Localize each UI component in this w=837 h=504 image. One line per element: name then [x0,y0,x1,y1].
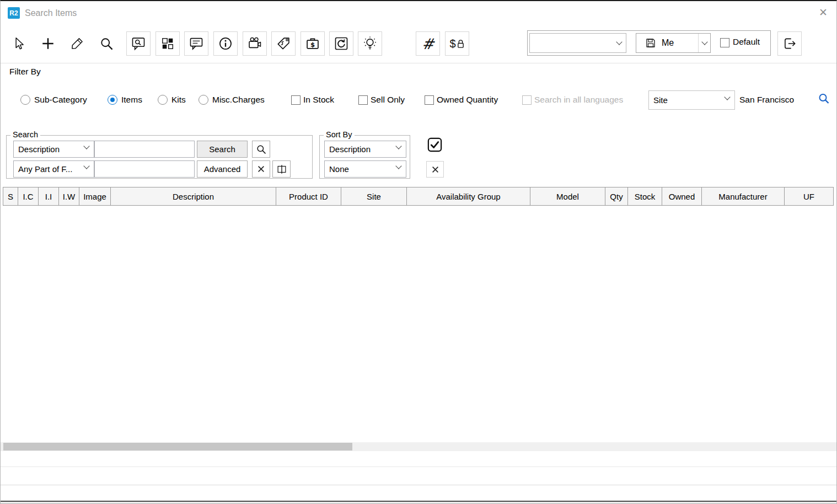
sort-by-group: Sort By Description None [319,135,410,179]
radio-items[interactable]: Items [108,94,142,105]
radio-misc-charges[interactable]: Misc.Charges [198,94,265,105]
toolbar-separator [1,63,837,63]
checkbox-in-stock[interactable]: In Stock [291,94,334,105]
column-header[interactable]: Image [79,187,111,206]
clear-search-button[interactable] [252,160,270,178]
search-view-button[interactable] [126,31,151,56]
scrollbar-thumb[interactable] [3,443,352,451]
search-field-value: Description [18,144,60,154]
price-lock-button[interactable]: $ [445,31,469,56]
save-view-menu-chevron[interactable] [698,34,710,52]
save-view-button[interactable]: Me [636,33,711,53]
column-header[interactable]: UF [784,187,834,206]
default-checkbox[interactable] [720,38,729,47]
column-header[interactable]: S [3,187,18,206]
numbering-button[interactable]: # [416,31,440,56]
info-button[interactable] [213,31,238,56]
column-header[interactable]: Availability Group [406,187,530,206]
find-button[interactable] [94,31,119,56]
search-group-label: Search [10,130,40,139]
radio-icon [198,95,208,105]
hash-icon: # [422,35,434,52]
search-field-dropdown[interactable]: Description [13,141,94,158]
radio-label: Misc.Charges [212,95,265,105]
search-icon [256,144,267,155]
search-icon [99,36,114,51]
default-label: Default [733,37,760,47]
chevron-down-icon [395,143,401,149]
media-button[interactable] [243,31,267,56]
checkbox-sell-only[interactable]: Sell Only [358,94,405,105]
x-icon [432,166,439,173]
pointer-icon [12,36,26,51]
price-tag-button[interactable] [271,31,296,56]
pencil-icon [70,36,84,51]
sort-by-group-label: Sort By [324,130,355,139]
sort-secondary-dropdown[interactable]: None [324,160,406,178]
info-icon [218,36,233,51]
column-header[interactable]: Qty [605,187,628,206]
plus-icon [41,36,55,51]
column-header[interactable]: Product ID [276,187,341,206]
search-text-input[interactable] [94,141,195,158]
comments-button[interactable] [184,31,208,56]
exit-button[interactable] [777,31,802,56]
radio-kits[interactable]: Kits [158,94,186,105]
split-view-icon [276,163,288,175]
clear-sort-button[interactable] [426,161,444,178]
column-header[interactable]: I.C [18,187,39,206]
x-icon [257,165,265,173]
quick-search-button[interactable] [252,141,270,158]
save-disk-icon [645,37,656,49]
profile-combobox[interactable] [529,33,626,53]
results-table-header: S I.C I.I I.W Image Description Product … [3,187,834,206]
sort-primary-dropdown[interactable]: Description [324,141,406,158]
history-button[interactable] [329,31,353,56]
column-header[interactable]: Stock [627,187,662,206]
advanced-button[interactable]: Advanced [197,160,248,178]
exit-icon [782,36,797,51]
window-bottom-strip [1,502,837,504]
lock-icon [457,39,465,49]
radio-sub-category[interactable]: Sub-Category [20,94,87,105]
pointer-tool-button[interactable] [7,31,31,56]
edit-button[interactable] [65,31,89,56]
column-header[interactable]: Manufacturer [701,187,785,206]
radio-icon [20,95,30,105]
checkbox-icon [425,95,434,105]
checkbox-owned-quantity[interactable]: Owned Quantity [425,94,498,105]
radio-label: Kits [171,95,186,105]
title-bar: R2 Search Items ✕ [1,1,836,26]
column-header[interactable]: Description [110,187,276,206]
cost-button[interactable]: $ [301,31,325,56]
search-mode-dropdown[interactable]: Any Part of F... [13,160,94,178]
column-header[interactable]: Site [341,187,407,206]
checkbox-label: Owned Quantity [437,95,498,105]
column-header[interactable]: Owned [662,187,702,206]
add-button[interactable] [36,31,60,56]
search-group: Search Description Search Any Part of F.… [6,135,313,179]
column-header[interactable]: I.W [58,187,79,206]
close-icon[interactable]: ✕ [819,6,828,19]
tile-view-button[interactable] [155,31,180,56]
search-mode-input[interactable] [94,160,195,178]
column-header[interactable]: Model [530,187,605,206]
apply-check-button[interactable] [425,135,444,154]
tiles-icon [160,36,175,51]
column-header[interactable]: I.I [38,187,59,206]
suggestions-button[interactable] [358,31,382,56]
checkbox-label: Sell Only [371,95,405,105]
radio-selected-icon [108,95,117,105]
horizontal-scrollbar[interactable] [1,442,837,451]
radio-label: Sub-Category [34,95,87,105]
search-button[interactable]: Search [197,141,248,158]
chevron-down-icon [83,143,89,149]
chevron-down-icon [613,34,626,52]
search-bubble-icon [131,36,146,51]
radio-icon [158,95,168,105]
compare-button[interactable] [272,160,291,178]
site-search-icon[interactable] [817,92,830,105]
site-filter-dropdown[interactable]: Site [648,90,735,110]
chevron-down-icon [83,163,89,169]
checkbox-icon [358,95,368,105]
